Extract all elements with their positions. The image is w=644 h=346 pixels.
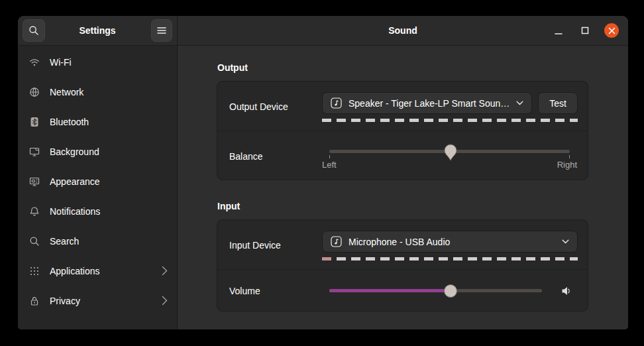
input-device-label: Input Device bbox=[229, 240, 281, 251]
sidebar-item-background[interactable]: Background bbox=[18, 137, 177, 166]
bluetooth-icon bbox=[29, 117, 40, 127]
sidebar-item-bluetooth[interactable]: Bluetooth bbox=[18, 107, 177, 137]
sidebar-item-label: Notifications bbox=[50, 206, 100, 217]
notifications-bell-icon bbox=[29, 206, 40, 217]
chevron-right-icon bbox=[162, 266, 168, 276]
sidebar-item-label: Search bbox=[50, 236, 79, 247]
sidebar-item-label: Bluetooth bbox=[50, 117, 89, 127]
hamburger-menu-icon bbox=[157, 27, 166, 34]
test-button-label: Test bbox=[549, 98, 566, 109]
row-divider bbox=[217, 131, 588, 131]
chevron-down-icon bbox=[562, 239, 569, 244]
privacy-lock-icon bbox=[29, 296, 40, 306]
close-button[interactable] bbox=[604, 23, 619, 38]
sidebar-item-wifi[interactable]: Wi-Fi bbox=[18, 47, 177, 77]
output-device-label: Output Device bbox=[229, 101, 288, 112]
close-icon bbox=[609, 28, 614, 33]
input-level-meter bbox=[322, 257, 578, 260]
volume-slider-handle[interactable] bbox=[444, 284, 457, 298]
search-button[interactable] bbox=[23, 19, 45, 42]
maximize-button[interactable] bbox=[577, 16, 593, 45]
output-device-value: Speaker - Tiger Lake-LP Smart Soun… bbox=[349, 98, 510, 109]
output-level-meter bbox=[322, 119, 578, 122]
sidebar-headerbar: Settings bbox=[18, 16, 177, 46]
sidebar-item-label: Network bbox=[50, 87, 83, 97]
speaker-volume-icon bbox=[561, 286, 572, 296]
panel-title: Sound bbox=[388, 25, 417, 36]
audio-card-icon bbox=[331, 236, 342, 247]
chevron-right-icon bbox=[162, 296, 168, 306]
sidebar-item-label: Applications bbox=[50, 266, 100, 276]
balance-label: Balance bbox=[229, 151, 263, 162]
main-headerbar: Sound bbox=[178, 16, 628, 46]
input-section-heading: Input bbox=[217, 201, 240, 211]
settings-window-title: Settings bbox=[79, 25, 115, 36]
input-device-dropdown[interactable]: Microphone - USB Audio bbox=[322, 231, 578, 253]
search-small-icon bbox=[29, 236, 40, 247]
test-speakers-button[interactable]: Test bbox=[538, 92, 578, 114]
input-card: Input Device Microphone - USB Audio Volu… bbox=[217, 219, 588, 312]
sidebar-item-privacy[interactable]: Privacy bbox=[18, 286, 177, 316]
output-device-dropdown[interactable]: Speaker - Tiger Lake-LP Smart Soun… bbox=[322, 92, 532, 114]
applications-grid-icon bbox=[29, 266, 40, 276]
sidebar-item-label: Background bbox=[50, 146, 99, 157]
appearance-icon bbox=[29, 176, 40, 187]
balance-slider-handle[interactable] bbox=[444, 144, 457, 161]
minimize-button[interactable] bbox=[551, 16, 566, 45]
sound-content: Output Output Device Speaker - Tiger Lak… bbox=[178, 46, 628, 329]
maximize-icon bbox=[582, 28, 588, 34]
sidebar-item-label: Privacy bbox=[50, 296, 80, 306]
sidebar-item-label: Appearance bbox=[50, 176, 100, 187]
background-monitor-icon bbox=[29, 146, 40, 157]
search-icon bbox=[28, 25, 39, 36]
balance-left-mark: Left bbox=[322, 160, 337, 170]
sidebar-item-search[interactable]: Search bbox=[18, 226, 177, 256]
wifi-icon bbox=[29, 57, 40, 68]
volume-slider-fill bbox=[329, 289, 451, 292]
sidebar-item-applications[interactable]: Applications bbox=[18, 256, 177, 286]
sidebar-item-label: Wi-Fi bbox=[50, 57, 72, 68]
chevron-down-icon bbox=[516, 101, 523, 105]
volume-slider-track[interactable] bbox=[329, 289, 542, 292]
output-section-heading: Output bbox=[217, 62, 248, 73]
input-device-value: Microphone - USB Audio bbox=[349, 237, 450, 247]
audio-card-icon bbox=[331, 97, 342, 109]
balance-right-mark: Right bbox=[557, 160, 577, 170]
output-card: Output Device Speaker - Tiger Lake-LP Sm… bbox=[217, 81, 588, 180]
balance-right-tick bbox=[569, 155, 570, 158]
sound-panel: Sound Output Output Device Speaker bbox=[178, 16, 628, 329]
balance-left-tick bbox=[329, 155, 330, 158]
settings-window: Settings Wi-Fi Network bbox=[18, 16, 628, 329]
sidebar-item-appearance[interactable]: Appearance bbox=[18, 166, 177, 196]
primary-menu-button[interactable] bbox=[151, 19, 172, 42]
sidebar: Settings Wi-Fi Network bbox=[18, 16, 178, 329]
network-globe-icon bbox=[29, 87, 40, 97]
sidebar-list: Wi-Fi Network Bluetooth Background bbox=[18, 46, 177, 329]
sidebar-item-network[interactable]: Network bbox=[18, 77, 177, 107]
volume-label: Volume bbox=[229, 286, 260, 296]
row-divider bbox=[217, 269, 588, 270]
sidebar-item-notifications[interactable]: Notifications bbox=[18, 196, 177, 226]
